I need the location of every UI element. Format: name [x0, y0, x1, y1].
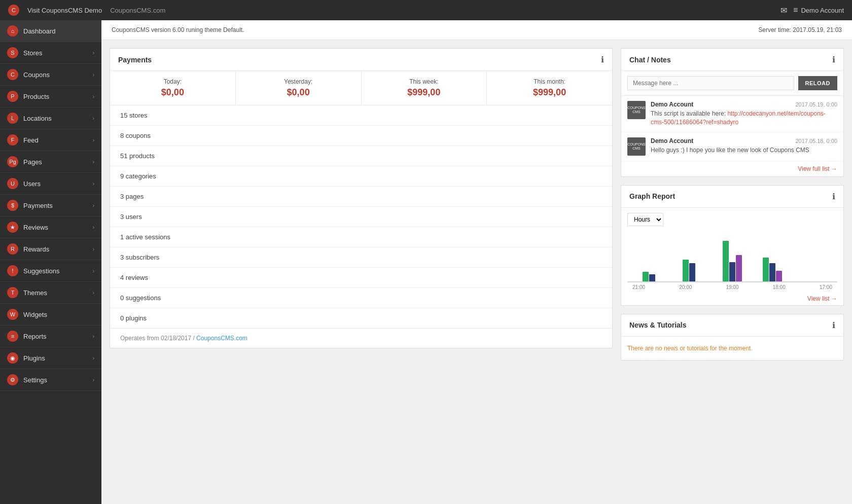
view-list-row: View list →: [621, 292, 843, 305]
chevron-icon: ›: [93, 50, 94, 56]
sidebar-item-left: ⌂ Dashboard: [7, 25, 56, 37]
sidebar-item-payments[interactable]: $ Payments ›: [0, 195, 101, 217]
suggestions-icon: !: [7, 265, 18, 276]
chat-title: Chat / Notes: [629, 56, 671, 64]
sidebar-label-suggestions: Suggestions: [23, 267, 60, 275]
footer-link[interactable]: CouponsCMS.com: [196, 335, 247, 342]
sidebar-item-settings[interactable]: ⚙ Settings ›: [0, 369, 101, 391]
account-label: Demo Account: [801, 7, 844, 14]
stats-list-item: 3 pages: [110, 187, 612, 207]
graph-card: Graph Report ℹ Hours: [621, 185, 844, 306]
graph-title: Graph Report: [629, 192, 675, 200]
chart-bar-group-1: [672, 260, 712, 281]
sidebar-label-pages: Pages: [23, 158, 42, 166]
yesterday-label: Yesterday:: [240, 78, 357, 85]
sidebar-label-widgets: Widgets: [23, 311, 47, 318]
sidebar-label-reports: Reports: [23, 333, 47, 340]
bar-blue-2: [729, 262, 735, 281]
sidebar-item-products[interactable]: P Products ›: [0, 86, 101, 107]
sidebar-item-coupons[interactable]: C Coupons ›: [0, 64, 101, 86]
news-header: News & Tutorials ℹ: [621, 314, 843, 337]
sidebar-label-payments: Payments: [23, 202, 53, 209]
sidebar-item-suggestions[interactable]: ! Suggestions ›: [0, 260, 101, 282]
sidebar-item-users[interactable]: U Users ›: [0, 173, 101, 195]
reload-button[interactable]: RELOAD: [798, 76, 837, 90]
msg-content-0: Demo Account 2017.05.19, 0:00 This scrip…: [651, 101, 837, 127]
sidebar-item-left: C Coupons: [7, 69, 50, 80]
sidebar-item-rewards[interactable]: R Rewards ›: [0, 238, 101, 260]
feed-icon: F: [7, 134, 18, 146]
sidebar-item-locations[interactable]: L Locations ›: [0, 107, 101, 129]
stats-list: 15 stores8 coupons51 products9 categorie…: [110, 105, 612, 328]
yesterday-value: $0,00: [240, 87, 357, 98]
view-list-link[interactable]: View list →: [807, 295, 837, 302]
sidebar: ⌂ Dashboard S Stores › C Coupons › P Pro…: [0, 20, 101, 504]
msg-author-0: Demo Account: [651, 101, 693, 108]
chat-card: Chat / Notes ℹ RELOAD COUPONS CMS Demo A…: [621, 48, 844, 177]
sidebar-item-feed[interactable]: F Feed ›: [0, 129, 101, 151]
sidebar-item-dashboard[interactable]: ⌂ Dashboard: [0, 20, 101, 42]
chat-info-icon[interactable]: ℹ: [832, 55, 835, 64]
graph-info-icon[interactable]: ℹ: [832, 192, 835, 201]
chevron-icon: ›: [93, 225, 94, 230]
dashboard-icon: ⌂: [7, 25, 18, 37]
info-bar: CouponsCMS version 6.00 runing theme Def…: [101, 20, 852, 40]
news-title: News & Tutorials: [629, 321, 687, 329]
sidebar-item-reviews[interactable]: ★ Reviews ›: [0, 217, 101, 238]
chevron-icon: ›: [93, 246, 94, 252]
chevron-icon: ›: [93, 116, 94, 121]
stats-list-item: 9 categories: [110, 166, 612, 187]
rewards-icon: R: [7, 243, 18, 255]
sidebar-item-pages[interactable]: Pg Pages ›: [0, 151, 101, 173]
account-menu[interactable]: ≡ Demo Account: [793, 6, 844, 15]
sidebar-item-left: P Products: [7, 91, 49, 102]
today-value: $0,00: [114, 87, 231, 98]
sidebar-label-coupons: Coupons: [23, 71, 50, 79]
hours-select[interactable]: Hours: [627, 213, 663, 226]
bar-blue-1: [689, 263, 695, 281]
visit-demo-link[interactable]: Visit CouponsCMS Demo: [27, 7, 102, 14]
bar-green-0: [643, 272, 649, 281]
view-full-list-link[interactable]: View full list →: [798, 165, 837, 172]
settings-icon: ⚙: [7, 374, 18, 385]
chat-input[interactable]: [627, 76, 794, 90]
site-label: CouponsCMS.com: [110, 7, 165, 14]
payments-info-icon[interactable]: ℹ: [601, 55, 604, 64]
sidebar-item-left: ◉ Plugins: [7, 352, 45, 364]
stat-yesterday: Yesterday: $0,00: [236, 71, 362, 105]
mail-icon[interactable]: ✉: [780, 6, 787, 15]
thismonth-label: This month:: [491, 78, 608, 85]
chevron-icon: ›: [93, 334, 94, 339]
sidebar-item-widgets[interactable]: W Widgets: [0, 304, 101, 326]
news-info-icon[interactable]: ℹ: [832, 320, 835, 330]
chat-link-0[interactable]: http://codecanyon.net/item/coupons-cms-5…: [651, 110, 826, 126]
sidebar-item-left: R Rewards: [7, 243, 49, 255]
payments-title: Payments: [118, 56, 152, 64]
sidebar-label-themes: Themes: [23, 289, 47, 297]
bar-blue-0: [649, 274, 655, 281]
sidebar-item-left: Pg Pages: [7, 156, 42, 167]
sidebar-item-stores[interactable]: S Stores ›: [0, 42, 101, 64]
card-footer: Operates from 02/18/2017 / CouponsCMS.co…: [110, 328, 612, 348]
chart-bar-group-3: [753, 258, 792, 281]
sidebar-item-left: W Widgets: [7, 309, 47, 320]
sidebar-label-plugins: Plugins: [23, 354, 45, 362]
logo-icon: C: [8, 5, 19, 16]
content-area: Payments ℹ Today: $0,00 Yesterday: $0,00: [101, 40, 852, 504]
chart-bar-group-2: [713, 241, 752, 281]
left-panel: Payments ℹ Today: $0,00 Yesterday: $0,00: [110, 48, 613, 496]
stats-list-item: 15 stores: [110, 105, 612, 126]
chevron-icon: ›: [93, 377, 94, 383]
sidebar-item-reports[interactable]: ≡ Reports ›: [0, 326, 101, 347]
thisweek-value: $999,00: [366, 87, 483, 98]
sidebar-item-plugins[interactable]: ◉ Plugins ›: [0, 347, 101, 369]
reports-icon: ≡: [7, 331, 18, 342]
chevron-icon: ›: [93, 159, 94, 165]
stats-list-item: 3 subscribers: [110, 247, 612, 268]
sidebar-item-themes[interactable]: T Themes ›: [0, 282, 101, 304]
graph-area: 21:0020:0019:0018:0017:00: [621, 231, 843, 292]
sidebar-label-dashboard: Dashboard: [23, 27, 56, 35]
stores-icon: S: [7, 47, 18, 58]
topbar-left: C Visit CouponsCMS Demo CouponsCMS.com: [8, 5, 165, 16]
stats-list-item: 3 users: [110, 207, 612, 227]
